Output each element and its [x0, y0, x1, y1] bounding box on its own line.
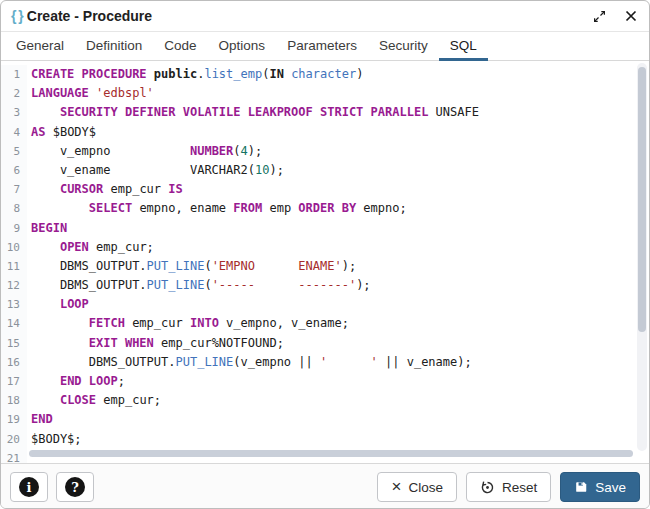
line-number: 7	[1, 180, 27, 199]
code-line[interactable]: 7 CURSOR emp_cur IS	[1, 180, 649, 199]
line-number: 13	[1, 295, 27, 314]
tab-options[interactable]: Options	[208, 32, 277, 61]
horizontal-scrollbar[interactable]	[29, 450, 633, 457]
info-icon: i	[19, 477, 39, 497]
code-text: END	[27, 410, 53, 429]
close-button-label: Close	[408, 480, 443, 495]
vertical-scrollbar[interactable]	[637, 63, 647, 451]
code-line[interactable]: 9BEGIN	[1, 219, 649, 238]
save-button-label: Save	[595, 480, 626, 495]
code-line[interactable]: 4AS $BODY$	[1, 123, 649, 142]
code-text: FETCH emp_cur INTO v_empno, v_ename;	[27, 314, 349, 333]
code-text: LOOP	[27, 295, 89, 314]
title-bar: { } Create - Procedure	[1, 1, 649, 32]
code-text: SELECT empno, ename FROM emp ORDER BY em…	[27, 199, 407, 218]
line-number: 4	[1, 123, 27, 142]
code-text: DBMS_OUTPUT.PUT_LINE(v_empno || ' ' || v…	[27, 353, 472, 372]
code-line[interactable]: 2LANGUAGE 'edbspl'	[1, 84, 649, 103]
procedure-braces-icon: { }	[11, 8, 23, 24]
code-text: AS $BODY$	[27, 123, 96, 142]
line-number: 9	[1, 219, 27, 238]
line-number: 16	[1, 353, 27, 372]
code-text: EXIT WHEN emp_cur%NOTFOUND;	[27, 334, 284, 353]
code-text: v_empno NUMBER(4);	[27, 142, 262, 161]
footer-bar: i ? × Close Reset	[1, 464, 649, 509]
code-line[interactable]: 3 SECURITY DEFINER VOLATILE LEAKPROOF ST…	[1, 103, 649, 122]
line-number: 21	[1, 449, 27, 464]
line-number: 15	[1, 334, 27, 353]
line-number: 2	[1, 84, 27, 103]
dialog-title: Create - Procedure	[27, 8, 152, 24]
code-line[interactable]: 6 v_ename VARCHAR2(10);	[1, 161, 649, 180]
close-dialog-icon[interactable]	[623, 8, 639, 24]
sql-help-button[interactable]: i	[10, 472, 48, 502]
code-line[interactable]: 17 END LOOP;	[1, 372, 649, 391]
reset-icon	[480, 480, 495, 495]
code-line[interactable]: 20$BODY$;	[1, 430, 649, 449]
code-line[interactable]: 12 DBMS_OUTPUT.PUT_LINE('----- -------')…	[1, 276, 649, 295]
line-number: 3	[1, 103, 27, 122]
line-number: 10	[1, 238, 27, 257]
code-line[interactable]: 18 CLOSE emp_cur;	[1, 391, 649, 410]
code-line[interactable]: 15 EXIT WHEN emp_cur%NOTFOUND;	[1, 334, 649, 353]
code-text: v_ename VARCHAR2(10);	[27, 161, 284, 180]
code-text: CREATE PROCEDURE public.list_emp(IN char…	[27, 65, 363, 84]
reset-button-label: Reset	[502, 480, 537, 495]
line-number: 12	[1, 276, 27, 295]
question-icon: ?	[65, 477, 85, 497]
code-text: CURSOR emp_cur IS	[27, 180, 183, 199]
code-line[interactable]: 11 DBMS_OUTPUT.PUT_LINE('EMPNO ENAME');	[1, 257, 649, 276]
line-number: 5	[1, 142, 27, 161]
tab-parameters[interactable]: Parameters	[276, 32, 368, 61]
code-text: BEGIN	[27, 219, 67, 238]
close-x-icon: ×	[391, 478, 401, 495]
vertical-scrollbar-thumb[interactable]	[638, 67, 646, 332]
line-number: 8	[1, 199, 27, 218]
line-number: 18	[1, 391, 27, 410]
code-text: CLOSE emp_cur;	[27, 391, 161, 410]
line-number: 17	[1, 372, 27, 391]
code-lines: 1CREATE PROCEDURE public.list_emp(IN cha…	[1, 61, 649, 464]
code-text: DBMS_OUTPUT.PUT_LINE('EMPNO ENAME');	[27, 257, 356, 276]
line-number: 1	[1, 65, 27, 84]
save-button[interactable]: Save	[560, 472, 640, 502]
create-procedure-dialog: { } Create - Procedure GeneralDefinition…	[0, 0, 650, 509]
code-text: DBMS_OUTPUT.PUT_LINE('----- -------');	[27, 276, 371, 295]
code-line[interactable]: 16 DBMS_OUTPUT.PUT_LINE(v_empno || ' ' |…	[1, 353, 649, 372]
tab-bar: GeneralDefinitionCodeOptionsParametersSe…	[1, 32, 649, 61]
code-line[interactable]: 5 v_empno NUMBER(4);	[1, 142, 649, 161]
tab-sql[interactable]: SQL	[439, 32, 488, 61]
tab-code[interactable]: Code	[153, 32, 207, 61]
tab-general[interactable]: General	[5, 32, 75, 61]
tab-definition[interactable]: Definition	[75, 32, 153, 61]
sql-editor[interactable]: 1CREATE PROCEDURE public.list_emp(IN cha…	[1, 61, 649, 464]
code-line[interactable]: 8 SELECT empno, ename FROM emp ORDER BY …	[1, 199, 649, 218]
line-number: 20	[1, 430, 27, 449]
line-number: 11	[1, 257, 27, 276]
code-text: OPEN emp_cur;	[27, 238, 154, 257]
code-text: END LOOP;	[27, 372, 125, 391]
tab-security[interactable]: Security	[368, 32, 439, 61]
close-button[interactable]: × Close	[377, 472, 456, 502]
line-number: 6	[1, 161, 27, 180]
save-floppy-icon	[574, 480, 588, 494]
code-line[interactable]: 13 LOOP	[1, 295, 649, 314]
code-text: SECURITY DEFINER VOLATILE LEAKPROOF STRI…	[27, 103, 479, 122]
reset-button[interactable]: Reset	[466, 472, 551, 502]
code-line[interactable]: 10 OPEN emp_cur;	[1, 238, 649, 257]
code-text: $BODY$;	[27, 430, 82, 449]
code-line[interactable]: 19END	[1, 410, 649, 429]
expand-dialog-icon[interactable]	[591, 8, 607, 24]
dialog-help-button[interactable]: ?	[56, 472, 94, 502]
code-text: LANGUAGE 'edbspl'	[27, 84, 154, 103]
line-number: 14	[1, 314, 27, 333]
code-line[interactable]: 14 FETCH emp_cur INTO v_empno, v_ename;	[1, 314, 649, 333]
code-line[interactable]: 1CREATE PROCEDURE public.list_emp(IN cha…	[1, 65, 649, 84]
line-number: 19	[1, 410, 27, 429]
